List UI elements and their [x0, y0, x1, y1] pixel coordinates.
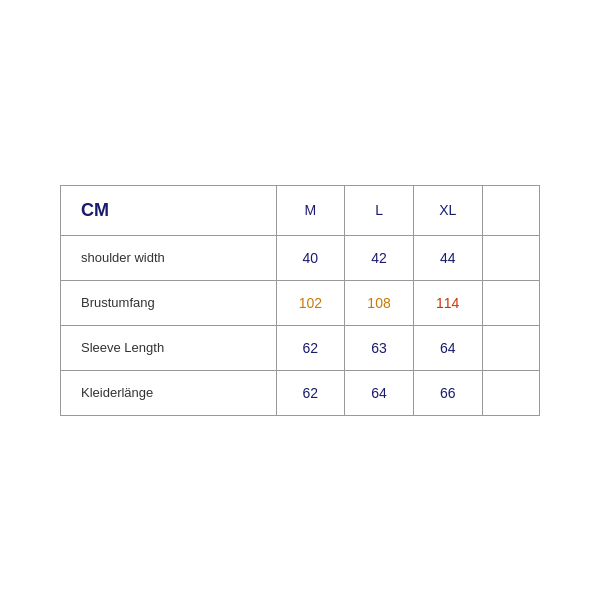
table-row: Kleiderlänge626466: [61, 370, 540, 415]
header-size-xl: XL: [413, 185, 482, 235]
cell-2-3: [482, 325, 539, 370]
cell-3-1: 64: [345, 370, 414, 415]
table-header-row: CM M L XL: [61, 185, 540, 235]
header-size-m: M: [276, 185, 345, 235]
header-size-l: L: [345, 185, 414, 235]
cell-2-1: 63: [345, 325, 414, 370]
table-row: Sleeve Length626364: [61, 325, 540, 370]
cell-3-0: 62: [276, 370, 345, 415]
cell-1-0: 102: [276, 280, 345, 325]
header-empty: [482, 185, 539, 235]
cell-1-1: 108: [345, 280, 414, 325]
cell-1-3: [482, 280, 539, 325]
row-label-3: Kleiderlänge: [61, 370, 277, 415]
cell-0-2: 44: [413, 235, 482, 280]
row-label-1: Brustumfang: [61, 280, 277, 325]
cell-3-3: [482, 370, 539, 415]
cell-1-2: 114: [413, 280, 482, 325]
table-row: Brustumfang102108114: [61, 280, 540, 325]
size-table-container: CM M L XL shoulder width404244Brustumfan…: [60, 185, 540, 416]
cell-2-0: 62: [276, 325, 345, 370]
cell-2-2: 64: [413, 325, 482, 370]
cell-3-2: 66: [413, 370, 482, 415]
row-label-0: shoulder width: [61, 235, 277, 280]
row-label-2: Sleeve Length: [61, 325, 277, 370]
cell-0-0: 40: [276, 235, 345, 280]
size-table: CM M L XL shoulder width404244Brustumfan…: [60, 185, 540, 416]
cell-0-1: 42: [345, 235, 414, 280]
header-cm: CM: [61, 185, 277, 235]
table-row: shoulder width404244: [61, 235, 540, 280]
cell-0-3: [482, 235, 539, 280]
